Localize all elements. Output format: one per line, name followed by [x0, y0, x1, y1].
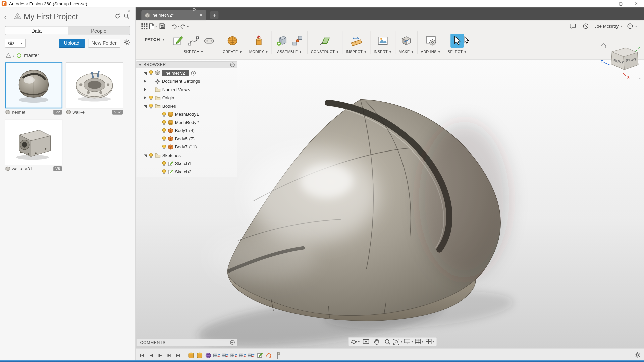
timeline-skip-end-icon[interactable]	[175, 352, 182, 359]
browser-minimize-icon[interactable]	[230, 62, 235, 67]
orbit-icon[interactable]: ▼	[350, 338, 360, 346]
select-tool-icon[interactable]	[451, 34, 464, 48]
bulb-icon[interactable]	[162, 120, 166, 125]
expander-closed-icon[interactable]	[143, 88, 147, 91]
plane-tool-icon[interactable]	[318, 34, 331, 48]
refresh-icon[interactable]	[113, 13, 122, 21]
timeline-feature-mesh-pair[interactable]	[222, 351, 229, 359]
tree-label[interactable]: Document Settings	[162, 79, 200, 84]
tree-label[interactable]: MeshBody2	[175, 120, 199, 125]
timeline-feature-cyl-yellow[interactable]	[187, 351, 195, 359]
new-folder-button[interactable]: New Folder	[88, 39, 120, 48]
version-badge[interactable]: V32	[112, 110, 123, 115]
ribbon-group-label-inspect[interactable]: INSPECT▼	[346, 50, 367, 54]
bulb-icon[interactable]	[162, 169, 166, 174]
close-button[interactable]: ✕	[628, 0, 644, 7]
viewcube[interactable]: Z Y X FRONT RIGHT	[600, 41, 642, 80]
visibility-filter-icon[interactable]	[5, 39, 17, 47]
version-badge[interactable]: V2	[53, 110, 62, 115]
workspace-selector[interactable]: PATCH▼	[141, 31, 168, 48]
tree-label[interactable]: Body5 (7)	[175, 136, 195, 141]
save-icon[interactable]	[158, 22, 167, 30]
bulb-icon[interactable]	[162, 111, 166, 117]
pan-icon[interactable]	[372, 338, 381, 346]
timeline-feature-sphere-purple[interactable]	[205, 351, 212, 359]
ribbon-group-label-add-ins[interactable]: ADD-INS▼	[421, 50, 441, 54]
tree-label[interactable]: Origin	[162, 95, 174, 100]
make-tool-icon[interactable]	[400, 34, 413, 48]
data-settings-gear-icon[interactable]	[124, 39, 130, 47]
tree-row-sketch1[interactable]: Sketch1	[137, 159, 237, 167]
addins-tool-icon[interactable]	[424, 34, 437, 48]
ribbon-group-label-modify[interactable]: MODIFY▼	[249, 50, 268, 54]
tab-data[interactable]: Data	[5, 27, 68, 35]
look-at-icon[interactable]	[361, 338, 371, 346]
bulb-icon[interactable]	[149, 70, 153, 76]
document-thumbnail[interactable]	[5, 119, 62, 165]
viewcube-home-icon[interactable]	[601, 44, 606, 48]
tree-row-origin[interactable]: Origin	[137, 94, 237, 102]
tree-label[interactable]: Bodies	[162, 104, 176, 109]
upload-button[interactable]: Upload	[59, 39, 85, 48]
minimize-button[interactable]: —	[597, 0, 613, 7]
ribbon-group-label-select[interactable]: SELECT▼	[448, 50, 467, 54]
bulb-icon[interactable]	[162, 136, 166, 141]
tree-row-body5-7[interactable]: Body5 (7)	[137, 135, 237, 143]
timeline-step-forward-icon[interactable]	[166, 352, 173, 359]
sketch-slot-tool-icon[interactable]	[203, 34, 216, 48]
tree-row-root[interactable]: helmet v2	[137, 69, 237, 77]
ribbon-group-label-insert[interactable]: INSERT▼	[374, 50, 392, 54]
ribbon-group-label-assemble[interactable]: ASSEMBLE▼	[277, 50, 302, 54]
timeline-feature-mesh-pair[interactable]	[213, 351, 221, 359]
ribbon-group-label-construct[interactable]: CONSTRUCT▼	[311, 50, 339, 54]
document-tab-active[interactable]: helmet v2* ✕	[141, 10, 206, 20]
timeline-step-back-icon[interactable]	[148, 352, 155, 359]
bulb-icon[interactable]	[149, 95, 153, 100]
timeline-feature-mesh-pair[interactable]	[230, 351, 238, 359]
tree-row-meshbody2[interactable]: MeshBody2	[137, 118, 237, 126]
activate-radio-icon[interactable]	[191, 70, 196, 76]
tree-row-body1-4[interactable]: Body1 (4)	[137, 126, 237, 134]
tab-people[interactable]: People	[67, 27, 130, 35]
maximize-button[interactable]: ▢	[613, 0, 629, 7]
expander-closed-icon[interactable]	[143, 80, 147, 83]
timeline-skip-start-icon[interactable]	[139, 352, 146, 359]
canvas-tool-icon[interactable]	[376, 34, 389, 48]
tree-row-bodies[interactable]: Bodies	[137, 102, 237, 110]
comments-bar[interactable]: COMMENTS	[137, 339, 237, 346]
ribbon-group-label-sketch[interactable]: SKETCH▼	[184, 50, 204, 54]
comments-minimize-icon[interactable]	[230, 340, 235, 345]
tree-row-named-views[interactable]: Named Views	[137, 85, 237, 94]
user-account-button[interactable]: Joe Mckirdy▼	[594, 24, 623, 29]
document-thumbnail[interactable]	[5, 62, 62, 108]
bulb-icon[interactable]	[162, 144, 166, 149]
tree-label[interactable]: Sketches	[162, 153, 181, 158]
timeline-feature-mesh-pair[interactable]	[239, 351, 247, 359]
document-thumbnail[interactable]	[66, 62, 123, 108]
show-data-panel-icon[interactable]	[140, 22, 149, 30]
undo-icon[interactable]: ▼	[171, 22, 180, 30]
bulb-icon[interactable]	[149, 153, 153, 158]
file-menu-icon[interactable]: ▼	[149, 22, 158, 30]
viewcube-menu-icon[interactable]	[639, 78, 641, 79]
measure-tool-icon[interactable]	[350, 34, 363, 48]
collapse-panel-icon[interactable]: «	[139, 62, 141, 67]
help-icon[interactable]: ?▼	[627, 23, 638, 29]
tree-label[interactable]: MeshBody1	[175, 112, 199, 117]
expander-closed-icon[interactable]	[143, 96, 147, 100]
document-card-helmet[interactable]: helmetV2	[5, 62, 62, 116]
data-panel-close-icon[interactable]: ✕	[127, 9, 131, 14]
document-card-wall-e-v31[interactable]: wall-e v31V8	[5, 119, 62, 172]
new-tab-button[interactable]: +	[210, 11, 218, 19]
comment-icon[interactable]	[568, 22, 577, 30]
tab-close-icon[interactable]: ✕	[199, 12, 203, 18]
grid-view-icon[interactable]: ▼	[415, 338, 424, 346]
form-tool-icon[interactable]	[226, 34, 239, 48]
bulb-icon[interactable]	[149, 103, 153, 109]
redo-icon[interactable]: ▼	[180, 22, 190, 30]
viewport-canvas[interactable]: « BROWSER helmet v2	[136, 60, 644, 349]
sketch-create-tool-icon[interactable]	[171, 34, 184, 48]
tree-label[interactable]: Sketch1	[175, 161, 192, 166]
back-icon[interactable]: ‹	[4, 12, 11, 21]
timeline-feature-cyl-yellow[interactable]	[196, 351, 203, 359]
